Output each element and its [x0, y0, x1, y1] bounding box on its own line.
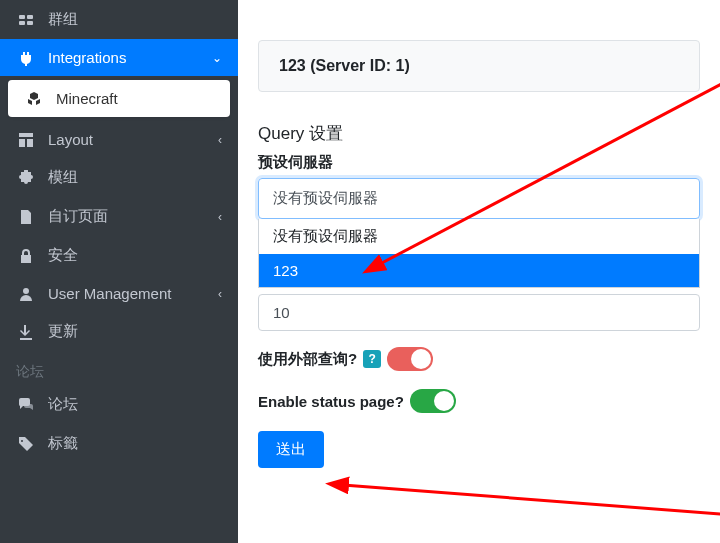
user-icon	[16, 286, 36, 302]
sidebar-item-label: Layout	[48, 131, 93, 148]
layout-icon	[16, 132, 36, 148]
sidebar-item-label: Minecraft	[56, 90, 118, 107]
sidebar-section-forum: 论坛	[0, 351, 238, 385]
svg-rect-1	[27, 15, 33, 19]
select-dropdown: 没有预设伺服器 123	[258, 219, 700, 288]
svg-point-7	[23, 288, 29, 294]
svg-line-9	[343, 485, 720, 515]
status-page-toggle[interactable]	[410, 389, 456, 413]
sidebar-item-label: 模组	[48, 168, 78, 187]
annotation-arrow	[323, 470, 720, 520]
sidebar-item-security[interactable]: 安全	[0, 236, 238, 275]
sidebar-item-label: Integrations	[48, 49, 126, 66]
svg-rect-4	[19, 133, 33, 137]
sidebar-item-label: 安全	[48, 246, 78, 265]
plug-icon	[16, 50, 36, 66]
svg-rect-5	[19, 139, 25, 147]
sidebar: 群组 Integrations ⌄ Minecraft Layout ‹ 模组 …	[0, 0, 238, 543]
server-banner: 123 (Server ID: 1)	[258, 40, 700, 92]
comments-icon	[16, 397, 36, 413]
sidebar-item-label: 标籤	[48, 434, 78, 453]
external-query-toggle[interactable]	[387, 347, 433, 371]
default-server-select[interactable]: 没有预设伺服器 没有预设伺服器 123	[258, 178, 700, 288]
toggle-label-status-page: Enable status page?	[258, 393, 404, 410]
sidebar-item-modules[interactable]: 模组	[0, 158, 238, 197]
help-icon[interactable]: ?	[363, 350, 381, 368]
chevron-down-icon: ⌄	[212, 51, 222, 65]
download-icon	[16, 324, 36, 340]
submit-button[interactable]: 送出	[258, 431, 324, 468]
sidebar-item-integrations[interactable]: Integrations ⌄	[0, 39, 238, 76]
chevron-left-icon: ‹	[218, 133, 222, 147]
banner-text: 123 (Server ID: 1)	[279, 57, 410, 74]
chevron-left-icon: ‹	[218, 210, 222, 224]
sidebar-item-forum[interactable]: 论坛	[0, 385, 238, 424]
toggle-label-external-query: 使用外部查询?	[258, 350, 357, 369]
cubes-icon	[24, 91, 44, 107]
sidebar-item-groups[interactable]: 群组	[0, 0, 238, 39]
sidebar-item-label: 自订页面	[48, 207, 108, 226]
sidebar-item-minecraft[interactable]: Minecraft	[8, 80, 230, 117]
sidebar-item-updates[interactable]: 更新	[0, 312, 238, 351]
sidebar-item-label: User Management	[48, 285, 171, 302]
section-title: Query 设置	[258, 122, 700, 145]
users-icon	[16, 12, 36, 28]
sidebar-item-custom-pages[interactable]: 自订页面 ‹	[0, 197, 238, 236]
svg-rect-2	[19, 21, 25, 25]
dropdown-option[interactable]: 没有预设伺服器	[259, 219, 699, 254]
puzzle-icon	[16, 170, 36, 186]
sidebar-item-label: 更新	[48, 322, 78, 341]
chevron-left-icon: ‹	[218, 287, 222, 301]
sidebar-item-user-management[interactable]: User Management ‹	[0, 275, 238, 312]
svg-rect-0	[19, 15, 25, 19]
tag-icon	[16, 436, 36, 452]
field-label-default-server: 预设伺服器	[258, 153, 700, 172]
lock-icon	[16, 248, 36, 264]
file-icon	[16, 209, 36, 225]
sidebar-item-label: 群组	[48, 10, 78, 29]
cache-input[interactable]	[258, 294, 700, 331]
select-display[interactable]: 没有预设伺服器	[258, 178, 700, 219]
svg-rect-3	[27, 21, 33, 25]
svg-rect-6	[27, 139, 33, 147]
sidebar-item-tags[interactable]: 标籤	[0, 424, 238, 463]
dropdown-option[interactable]: 123	[259, 254, 699, 287]
sidebar-item-label: 论坛	[48, 395, 78, 414]
main-content: 123 (Server ID: 1) Query 设置 预设伺服器 没有预设伺服…	[238, 40, 720, 543]
sidebar-item-layout[interactable]: Layout ‹	[0, 121, 238, 158]
